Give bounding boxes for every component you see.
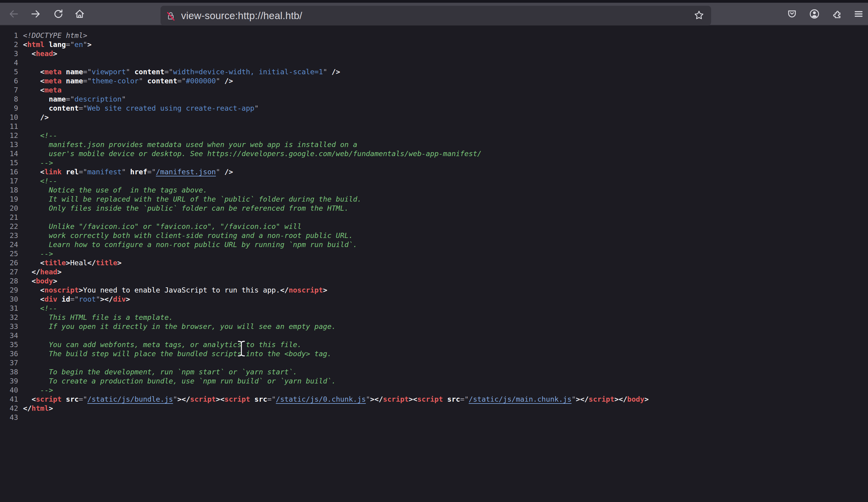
code-text: /> — [23, 113, 49, 122]
code-text: <body> — [23, 277, 57, 285]
line-number: 8 — [0, 94, 23, 104]
code-text: </head> — [23, 267, 61, 277]
window-top-edge — [0, 0, 868, 3]
line-number: 38 — [0, 368, 23, 376]
source-link[interactable]: /static/js/0.chunk.js — [276, 395, 366, 403]
source-line: 25 --> — [0, 249, 868, 258]
url-text: view-source:http://heal.htb/ — [181, 10, 302, 21]
source-line: 29 <noscript>You need to enable JavaScri… — [0, 285, 868, 295]
source-line: 6 <meta name="theme-color" content="#000… — [0, 77, 868, 86]
insecure-lock-icon[interactable] — [165, 10, 176, 21]
source-line: 24 Learn how to configure a non-root pub… — [0, 240, 868, 249]
line-number: 3 — [0, 49, 23, 58]
code-text: <link rel="manifest" href="/manifest.jso… — [23, 167, 233, 177]
line-number: 21 — [0, 213, 23, 222]
code-text: --> — [23, 158, 53, 167]
line-number: 42 — [0, 404, 23, 413]
line-number: 22 — [0, 222, 23, 231]
source-link[interactable]: /manifest.json — [156, 168, 216, 176]
code-text: <script src="/static/js/bundle.js"></scr… — [23, 395, 649, 404]
line-number: 12 — [0, 131, 23, 140]
source-line: 9 content="Web site created using create… — [0, 104, 868, 113]
line-number: 7 — [0, 86, 23, 94]
extensions-button[interactable] — [828, 5, 845, 23]
home-button[interactable] — [71, 5, 89, 23]
code-text: --> — [23, 249, 53, 258]
source-lines: 1<!DOCTYPE html>2<html lang="en">3 <head… — [0, 31, 868, 422]
menu-button[interactable] — [850, 5, 867, 23]
source-line: 4 — [0, 58, 868, 67]
code-text: To begin the development, run `npm start… — [23, 368, 297, 376]
code-text: To create a production bundle, use `npm … — [23, 376, 336, 385]
account-button[interactable] — [806, 5, 823, 23]
code-text: Learn how to configure a non-root public… — [23, 240, 358, 249]
code-text: <div id="root"></div> — [23, 295, 130, 304]
puzzle-icon — [831, 9, 842, 19]
source-line: 10 /> — [0, 113, 868, 122]
browser-toolbar: view-source:http://heal.htb/ — [0, 3, 868, 26]
source-line: 37 — [0, 358, 868, 368]
line-number: 26 — [0, 258, 23, 267]
source-line: 35 You can add webfonts, meta tags, or a… — [0, 340, 868, 349]
line-number: 36 — [0, 349, 23, 358]
source-line: 18 Notice the use of in the tags above. — [0, 185, 868, 194]
line-number: 5 — [0, 67, 23, 77]
line-number: 18 — [0, 185, 23, 194]
source-line: 28 <body> — [0, 277, 868, 285]
code-text: <html lang="en"> — [23, 40, 92, 49]
source-line: 27 </head> — [0, 267, 868, 277]
source-link[interactable]: /static/js/main.chunk.js — [469, 395, 572, 403]
source-line: 39 To create a production bundle, use `n… — [0, 376, 868, 385]
account-icon — [809, 8, 820, 20]
source-line: 34 — [0, 331, 868, 340]
source-line: 32 This HTML file is a template. — [0, 313, 868, 322]
source-line: 8 name="description" — [0, 94, 868, 104]
forward-button[interactable] — [27, 5, 44, 23]
source-line: 13 manifest.json provides metadata used … — [0, 140, 868, 149]
star-icon — [693, 9, 705, 22]
code-text: manifest.json provides metadata used whe… — [23, 140, 358, 149]
code-text: <head> — [23, 49, 57, 58]
line-number: 6 — [0, 77, 23, 86]
pocket-button[interactable] — [783, 5, 801, 23]
line-number: 28 — [0, 277, 23, 285]
line-number: 33 — [0, 322, 23, 331]
source-line: 17 <!-- — [0, 177, 868, 185]
line-number: 25 — [0, 249, 23, 258]
source-link[interactable]: /static/js/bundle.js — [87, 395, 173, 403]
source-line: 11 — [0, 122, 868, 131]
url-bar[interactable]: view-source:http://heal.htb/ — [161, 6, 711, 26]
line-number: 43 — [0, 413, 23, 422]
line-number: 40 — [0, 385, 23, 395]
code-text: This HTML file is a template. — [23, 313, 173, 322]
line-number: 10 — [0, 113, 23, 122]
code-text: It will be replaced with the URL of the … — [23, 194, 362, 204]
source-line: 43 — [0, 413, 868, 422]
bookmark-star-button[interactable] — [691, 7, 707, 24]
code-text: If you open it directly in the browser, … — [23, 322, 336, 331]
line-number: 39 — [0, 376, 23, 385]
code-text: user's mobile device or desktop. See htt… — [23, 149, 482, 158]
line-number: 13 — [0, 140, 23, 149]
code-text: name="description" — [23, 94, 126, 104]
back-button[interactable] — [5, 5, 22, 23]
code-text: <meta — [23, 86, 61, 94]
code-text: <meta name="theme-color" content="#00000… — [23, 77, 233, 86]
line-number: 11 — [0, 122, 23, 131]
arrow-right-icon — [30, 8, 41, 20]
line-number: 23 — [0, 231, 23, 240]
line-number: 41 — [0, 395, 23, 404]
line-number: 2 — [0, 40, 23, 49]
source-line: 15 --> — [0, 158, 868, 167]
source-line: 19 It will be replaced with the URL of t… — [0, 194, 868, 204]
code-text: You can add webfonts, meta tags, or anal… — [23, 340, 302, 349]
code-text: <!-- — [23, 131, 57, 140]
source-line: 12 <!-- — [0, 131, 868, 140]
code-text: <!DOCTYPE html> — [23, 31, 87, 40]
source-line: 33 If you open it directly in the browse… — [0, 322, 868, 331]
code-text: Notice the use of in the tags above. — [23, 185, 207, 194]
home-icon — [74, 8, 85, 20]
reload-button[interactable] — [49, 5, 67, 23]
line-number: 17 — [0, 177, 23, 185]
line-number: 31 — [0, 304, 23, 313]
